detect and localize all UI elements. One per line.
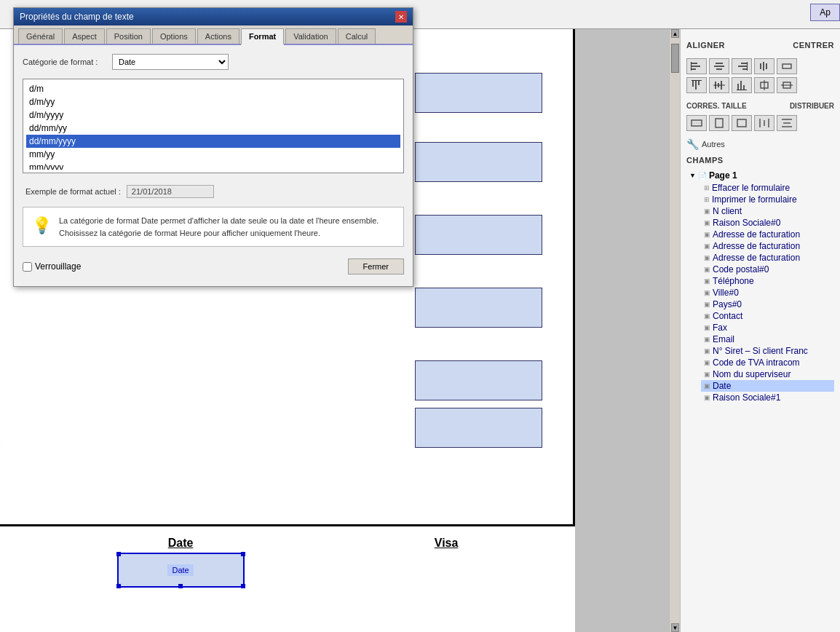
align-left-btn[interactable] [686, 58, 707, 74]
tree-item-tva[interactable]: ▣ Code de TVA intracom [701, 357, 834, 368]
align-center-h-btn[interactable] [709, 58, 729, 74]
list-item-dmyyyy[interactable]: d/m/yyyy [26, 108, 400, 122]
field-icon-raison1: ▣ [704, 394, 710, 401]
app-button[interactable]: Ap [810, 4, 840, 21]
field-icon-date: ▣ [704, 382, 710, 390]
tab-validation[interactable]: Validation [285, 28, 336, 44]
tab-position[interactable]: Position [106, 28, 151, 44]
tree-item-adresse2[interactable]: ▣ Adresse de facturation [701, 240, 834, 252]
tree-item-adresse3[interactable]: ▣ Adresse de facturation [701, 252, 834, 264]
handle-bc[interactable] [178, 584, 183, 588]
distribuer-h-btn[interactable] [754, 115, 774, 131]
tree-item-codepostal[interactable]: ▣ Code postal#0 [701, 264, 834, 275]
handle-tr[interactable] [241, 552, 245, 556]
tree-item-adresse1[interactable]: ▣ Adresse de facturation [701, 229, 834, 240]
tree-root-page1[interactable]: ▼ 📄 Page 1 [686, 169, 834, 182]
tree-item-ville[interactable]: ▣ Ville#0 [701, 287, 834, 299]
align-bottom-btn[interactable] [732, 77, 752, 93]
item-label-adresse1: Adresse de facturation [713, 229, 800, 240]
tree-item-siret[interactable]: ▣ N° Siret – Si client Franc [701, 345, 834, 357]
handle-bl[interactable] [116, 584, 121, 588]
tab-aspect[interactable]: Aspect [64, 28, 105, 44]
tree-item-imprimer[interactable]: ⊞ Imprimer le formulaire [701, 194, 834, 205]
item-label-effacer: Effacer le formulaire [712, 183, 790, 193]
list-item-dmyy[interactable]: d/m/yy [26, 95, 400, 108]
handle-tl[interactable] [116, 552, 121, 556]
dialog-close-btn[interactable]: ✕ [395, 11, 407, 23]
align-stretch-btn[interactable] [777, 58, 797, 74]
taille-both-btn[interactable] [732, 115, 752, 131]
field-icon-nclient: ▣ [704, 208, 710, 215]
form-field-box-4 [415, 288, 542, 328]
dialog-titlebar: Propriétés du champ de texte ✕ [14, 8, 413, 25]
format-category-select[interactable]: Date [112, 54, 229, 70]
tab-general[interactable]: Général [18, 28, 63, 44]
lock-checkbox[interactable] [23, 262, 32, 272]
field-icon-imprimer: ⊞ [704, 196, 710, 203]
svg-rect-34 [737, 119, 746, 127]
format-category-row: Catégorie de format : Date [23, 54, 404, 70]
list-item-ddmmyy[interactable]: dd/mm/yy [26, 122, 400, 135]
svg-rect-3 [691, 62, 692, 71]
item-label-siret: N° Siret – Si client Franc [713, 346, 808, 356]
format-category-label: Catégorie de format : [23, 58, 106, 66]
form-scrollbar[interactable]: ▲ ▼ [669, 29, 680, 632]
align-right-btn[interactable] [732, 58, 752, 74]
scroll-up-btn[interactable]: ▲ [671, 29, 679, 38]
format-example-row: Exemple de format actuel : 21/01/2018 [23, 182, 404, 201]
taille-height-btn[interactable] [709, 115, 729, 131]
scroll-down-btn[interactable]: ▼ [671, 623, 679, 632]
dialog-content: Catégorie de format : Date d/m d/m/yy d/… [14, 45, 413, 286]
scroll-thumb[interactable] [671, 44, 679, 73]
dialog-bottom: Verrouillage Fermer [23, 256, 404, 277]
tab-options[interactable]: Options [152, 28, 196, 44]
svg-rect-13 [766, 63, 767, 69]
visa-label: Visa [435, 537, 459, 550]
item-label-telephone: Téléphone [713, 276, 754, 286]
left-side-label: ai [0, 439, 2, 450]
lock-row: Verrouillage [23, 261, 81, 272]
autres-label: Autres [702, 140, 725, 149]
handle-br[interactable] [241, 584, 245, 588]
item-label-superviseur: Nom du superviseur [713, 369, 791, 379]
align-top-btn[interactable] [686, 77, 707, 93]
list-item-mmyy[interactable]: mm/yy [26, 148, 400, 161]
tab-calcul[interactable]: Calcul [338, 28, 376, 44]
form-field-box-5 [415, 360, 542, 400]
taille-width-btn[interactable] [686, 115, 707, 131]
tree-item-fax[interactable]: ▣ Fax [701, 322, 834, 333]
fermer-button[interactable]: Fermer [348, 258, 404, 274]
tree-item-pays[interactable]: ▣ Pays#0 [701, 299, 834, 310]
tool-icon: 🔧 [686, 138, 699, 150]
svg-rect-18 [692, 80, 702, 81]
align-center-v-btn[interactable] [754, 58, 774, 74]
svg-rect-10 [747, 62, 748, 71]
align-middle-btn[interactable] [709, 77, 729, 93]
tree-item-raison0[interactable]: ▣ Raison Sociale#0 [701, 217, 834, 229]
svg-rect-9 [742, 68, 747, 70]
list-item-mmyyyy[interactable]: mm/yyyy [26, 161, 400, 170]
list-item-dm[interactable]: d/m [26, 82, 400, 95]
tab-actions[interactable]: Actions [197, 28, 239, 44]
tree-item-superviseur[interactable]: ▣ Nom du superviseur [701, 368, 834, 380]
list-item-ddmmyyyy[interactable]: dd/mm/yyyy [26, 135, 400, 148]
svg-rect-0 [692, 63, 697, 64]
field-icon-contact: ▣ [704, 312, 710, 320]
tab-format[interactable]: Format [241, 28, 284, 45]
item-label-contact: Contact [713, 311, 742, 321]
distribuer-label: DISTRIBUER [790, 102, 834, 110]
distribuer-v-btn[interactable] [777, 115, 797, 131]
svg-rect-23 [737, 84, 739, 90]
tree-item-contact[interactable]: ▣ Contact [701, 310, 834, 322]
tree-item-date[interactable]: ▣ Date [701, 380, 834, 392]
tree-item-effacer[interactable]: ⊞ Effacer le formulaire [701, 182, 834, 194]
center-v2-btn[interactable] [777, 77, 797, 93]
tree-item-telephone[interactable]: ▣ Téléphone [701, 275, 834, 287]
center-h2-btn[interactable] [754, 77, 774, 93]
tree-item-email[interactable]: ▣ Email [701, 333, 834, 345]
tree-item-raison1[interactable]: ▣ Raison Sociale#1 [701, 392, 834, 403]
format-listbox[interactable]: d/m d/m/yy d/m/yyyy dd/mm/yy dd/mm/yyyy … [26, 82, 400, 170]
corres-taille-label: CORRES. TAILLE [686, 102, 747, 110]
tree-item-nclient[interactable]: ▣ N client [701, 205, 834, 217]
date-field-box[interactable]: Date [117, 553, 245, 588]
